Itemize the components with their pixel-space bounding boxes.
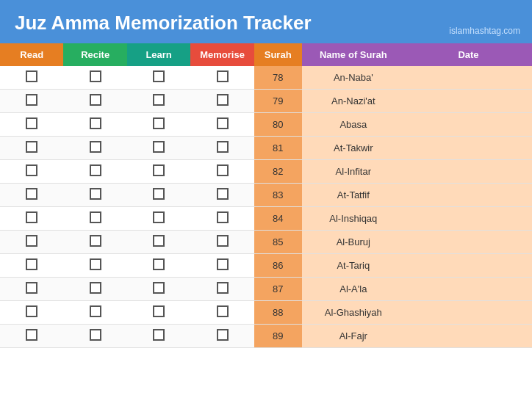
cell-name-6: Al-Inshiqaq <box>302 207 405 231</box>
cell-recite-3 <box>63 137 126 160</box>
checkbox-recite-1[interactable] <box>90 94 101 106</box>
cell-memorise-10 <box>190 301 254 325</box>
checkbox-read-4[interactable] <box>26 164 37 176</box>
cell-name-9: Al-A'la <box>302 278 405 301</box>
table-row: 86At-Tariq <box>0 254 532 278</box>
checkbox-read-2[interactable] <box>26 117 37 129</box>
checkbox-memorise-0[interactable] <box>217 70 229 82</box>
checkbox-learn-2[interactable] <box>153 117 165 129</box>
cell-surah-4: 82 <box>254 160 302 184</box>
checkbox-recite-11[interactable] <box>90 329 101 341</box>
checkbox-recite-0[interactable] <box>90 70 101 82</box>
checkbox-learn-9[interactable] <box>153 282 165 294</box>
cell-memorise-7 <box>190 231 254 254</box>
checkbox-learn-8[interactable] <box>153 258 165 270</box>
cell-name-5: At-Tatfif <box>302 184 405 207</box>
checkbox-learn-5[interactable] <box>153 188 165 200</box>
cell-surah-7: 85 <box>254 231 302 254</box>
checkbox-read-11[interactable] <box>26 329 37 341</box>
cell-date-2 <box>405 113 532 137</box>
cell-read-2 <box>0 113 63 137</box>
col-header-read: Read <box>0 43 63 66</box>
cell-name-2: Abasa <box>302 113 405 137</box>
checkbox-recite-3[interactable] <box>90 141 101 153</box>
checkbox-read-9[interactable] <box>26 282 37 294</box>
table-container: Read Recite Learn Memorise Surah Name of… <box>0 43 532 348</box>
checkbox-recite-9[interactable] <box>90 282 101 294</box>
cell-surah-8: 86 <box>254 254 302 278</box>
cell-date-11 <box>405 325 532 348</box>
checkbox-memorise-8[interactable] <box>217 258 229 270</box>
checkbox-recite-4[interactable] <box>90 164 101 176</box>
checkbox-read-6[interactable] <box>26 211 37 223</box>
table-row: 84Al-Inshiqaq <box>0 207 532 231</box>
cell-date-9 <box>405 278 532 301</box>
col-header-recite: Recite <box>63 43 126 66</box>
cell-surah-5: 83 <box>254 184 302 207</box>
checkbox-learn-7[interactable] <box>153 235 165 247</box>
cell-read-0 <box>0 66 63 90</box>
cell-surah-3: 81 <box>254 137 302 160</box>
checkbox-recite-2[interactable] <box>90 117 101 129</box>
checkbox-read-7[interactable] <box>26 235 37 247</box>
cell-recite-5 <box>63 184 126 207</box>
checkbox-learn-4[interactable] <box>153 164 165 176</box>
checkbox-memorise-1[interactable] <box>217 94 229 106</box>
website-label: islamhashtag.com <box>449 26 520 36</box>
cell-memorise-0 <box>190 66 254 90</box>
cell-name-10: Al-Ghashiyah <box>302 301 405 325</box>
checkbox-recite-6[interactable] <box>90 211 101 223</box>
checkbox-read-5[interactable] <box>26 188 37 200</box>
cell-memorise-6 <box>190 207 254 231</box>
cell-date-5 <box>405 184 532 207</box>
col-header-date: Date <box>405 43 532 66</box>
col-header-learn: Learn <box>127 43 190 66</box>
checkbox-read-10[interactable] <box>26 305 37 317</box>
checkbox-memorise-3[interactable] <box>217 141 229 153</box>
checkbox-memorise-6[interactable] <box>217 211 229 223</box>
cell-read-1 <box>0 90 63 113</box>
checkbox-memorise-7[interactable] <box>217 235 229 247</box>
checkbox-recite-8[interactable] <box>90 258 101 270</box>
cell-date-4 <box>405 160 532 184</box>
checkbox-learn-11[interactable] <box>153 329 165 341</box>
cell-read-3 <box>0 137 63 160</box>
cell-read-5 <box>0 184 63 207</box>
checkbox-learn-0[interactable] <box>153 70 165 82</box>
checkbox-learn-1[interactable] <box>153 94 165 106</box>
cell-memorise-4 <box>190 160 254 184</box>
checkbox-read-1[interactable] <box>26 94 37 106</box>
cell-learn-4 <box>127 160 190 184</box>
cell-surah-9: 87 <box>254 278 302 301</box>
checkbox-memorise-9[interactable] <box>217 282 229 294</box>
cell-memorise-1 <box>190 90 254 113</box>
checkbox-learn-10[interactable] <box>153 305 165 317</box>
cell-date-3 <box>405 137 532 160</box>
checkbox-read-0[interactable] <box>26 70 37 82</box>
checkbox-memorise-10[interactable] <box>217 305 229 317</box>
checkbox-read-8[interactable] <box>26 258 37 270</box>
cell-learn-6 <box>127 207 190 231</box>
table-row: 79An-Nazi'at <box>0 90 532 113</box>
checkbox-learn-3[interactable] <box>153 141 165 153</box>
cell-read-10 <box>0 301 63 325</box>
checkbox-memorise-5[interactable] <box>217 188 229 200</box>
checkbox-memorise-11[interactable] <box>217 329 229 341</box>
checkbox-recite-7[interactable] <box>90 235 101 247</box>
checkbox-recite-5[interactable] <box>90 188 101 200</box>
cell-recite-9 <box>63 278 126 301</box>
cell-surah-2: 80 <box>254 113 302 137</box>
checkbox-memorise-2[interactable] <box>217 117 229 129</box>
checkbox-recite-10[interactable] <box>90 305 101 317</box>
cell-name-8: At-Tariq <box>302 254 405 278</box>
table-header-row: Read Recite Learn Memorise Surah Name of… <box>0 43 532 66</box>
cell-date-0 <box>405 66 532 90</box>
cell-recite-0 <box>63 66 126 90</box>
cell-read-7 <box>0 231 63 254</box>
cell-memorise-3 <box>190 137 254 160</box>
checkbox-memorise-4[interactable] <box>217 164 229 176</box>
checkbox-learn-6[interactable] <box>153 211 165 223</box>
cell-date-1 <box>405 90 532 113</box>
checkbox-read-3[interactable] <box>26 141 37 153</box>
table-row: 78An-Naba' <box>0 66 532 90</box>
